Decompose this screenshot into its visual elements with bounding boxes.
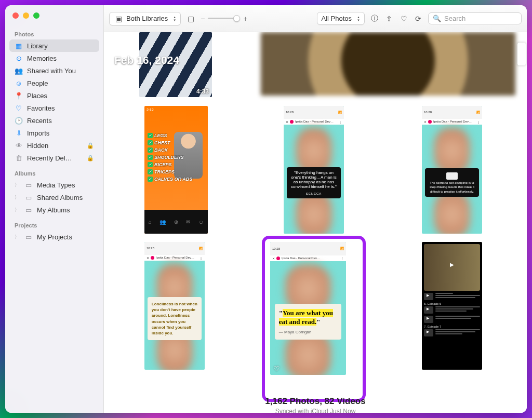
library-selector-icon: ▣ (114, 15, 123, 23)
rotate-icon[interactable]: ⟳ (414, 15, 423, 23)
search-field[interactable]: 🔍 Search (428, 12, 522, 24)
shared-icon: 👥 (15, 66, 23, 75)
search-placeholder: Search (444, 15, 466, 22)
sidebar-item-shared-albums[interactable]: 〉 ▭ Shared Albums (9, 191, 99, 204)
sidebar-item-label: Library (27, 42, 94, 50)
hidden-icon: 👁 (15, 141, 23, 150)
quote-text: "Everything hangs on one's thinking…A ma… (290, 170, 338, 189)
lock-icon: 🔒 (87, 142, 94, 149)
sidebar-item-memories[interactable]: ⊙ Memories (9, 52, 99, 64)
sidebar: Photos ▦ Library ⊙ Memories 👥 Shared wit… (5, 5, 104, 413)
grid-item-video-workout[interactable]: 2:12 ✓LEGS ✓CHEST ✓BACK ✓SHOULDERS ✓BICE… (144, 106, 208, 234)
sidebar-item-label: My Albums (37, 206, 94, 214)
sidebar-item-shared[interactable]: 👥 Shared with You (9, 64, 99, 77)
sidebar-section-photos: Photos (9, 28, 99, 39)
date-heading: Feb 16, 2024 (114, 54, 179, 66)
info-icon[interactable]: ⓘ (370, 14, 379, 23)
workout-list: ✓LEGS ✓CHEST ✓BACK ✓SHOULDERS ✓BICEPS ✓T… (148, 133, 192, 182)
sidebar-item-imports[interactable]: ⇩ Imports (9, 127, 99, 139)
folder-icon: ▭ (24, 206, 33, 214)
sidebar-item-label: Shared Albums (37, 194, 94, 201)
zoom-window-button[interactable] (33, 12, 39, 19)
sidebar-item-label: Shared with You (27, 67, 94, 75)
sidebar-item-label: Hidden (27, 142, 94, 150)
minimize-window-button[interactable] (23, 12, 29, 19)
sync-status: Synced with iCloud Just Now (104, 408, 527, 413)
grid-item-photo[interactable] (261, 32, 515, 96)
zoom-track[interactable] (208, 18, 240, 19)
library-selector-label: Both Libraries (126, 15, 168, 22)
scroll-indicator[interactable] (517, 43, 526, 65)
home-icon: ⌂ (149, 219, 152, 225)
quote-text: Loneliness is not when you don't have pe… (152, 301, 197, 336)
zoom-out-icon[interactable]: − (201, 15, 205, 23)
trash-icon: 🗑 (15, 154, 23, 162)
zoom-knob[interactable] (233, 15, 240, 22)
app-window: Photos ▦ Library ⊙ Memories 👥 Shared wit… (5, 5, 527, 413)
sidebar-item-label: Imports (27, 129, 94, 137)
chevron-right-icon: 〉 (15, 182, 19, 188)
sidebar-item-label: Memories (27, 55, 94, 62)
sidebar-item-label: People (27, 79, 94, 87)
zoom-in-icon[interactable]: + (243, 15, 247, 23)
friends-icon: 👥 (159, 219, 166, 225)
add-icon: ⊕ (174, 219, 178, 225)
places-icon: 📍 (15, 91, 23, 100)
sidebar-item-media-types[interactable]: 〉 ▭ Media Types (9, 179, 99, 191)
sidebar-item-hidden[interactable]: 👁 Hidden 🔒 (9, 139, 99, 152)
video-duration: 4:33 (196, 88, 209, 95)
favorite-heart-icon[interactable]: ♡ (273, 365, 280, 373)
folder-icon: ▭ (24, 181, 33, 189)
quote-text: The secret to self-discipline is to stop… (428, 181, 476, 194)
filter-selector-label: All Photos (322, 15, 352, 22)
zoom-slider[interactable]: − + (201, 15, 247, 23)
aspect-icon[interactable]: ▢ (186, 15, 195, 23)
quote-attr: SENECA (290, 192, 338, 195)
close-window-button[interactable] (12, 12, 19, 19)
memories-icon: ⊙ (15, 54, 23, 62)
quote-attr: — Maya Corrigan (279, 330, 337, 334)
grid-item-screenshot-seneca[interactable]: 10:28📶 ✕Ipsita Das - Personal Dev…⋮ "Eve… (284, 106, 344, 234)
clock-icon: 🕑 (15, 116, 23, 125)
toolbar: ▣ Both Libraries ▲▼ ▢ − + All Photos ▲▼ … (104, 5, 527, 32)
main-pane: ▣ Both Libraries ▲▼ ▢ − + All Photos ▲▼ … (104, 5, 527, 413)
people-icon: ☺ (15, 79, 23, 87)
updown-icon: ▲▼ (357, 16, 360, 22)
search-icon: 🔍 (433, 15, 441, 22)
favorite-icon[interactable]: ♡ (399, 15, 408, 23)
episode-title: 5. Episode 5 (424, 302, 480, 305)
episode-title: 7. Episode 7 (424, 325, 480, 328)
sidebar-item-library[interactable]: ▦ Library (9, 39, 99, 52)
chevron-right-icon: 〉 (15, 234, 19, 240)
library-count: 1,162 Photos, 82 Videos (104, 396, 527, 407)
photo-grid[interactable]: Feb 16, 2024 4:33 2:12 ✓LEGS ✓CHEST ✓BAC… (104, 32, 527, 413)
grid-item-screenshot-video-player[interactable]: 5. Episode 5 7. Episode 7 (422, 242, 482, 370)
sidebar-item-places[interactable]: 📍 Places (9, 89, 99, 102)
sidebar-section-albums: Albums (9, 167, 99, 179)
share-icon[interactable]: ⇪ (384, 15, 394, 23)
sidebar-item-recently-deleted[interactable]: 🗑 Recently Del… 🔒 (9, 152, 99, 164)
updown-icon: ▲▼ (173, 16, 176, 22)
sidebar-item-people[interactable]: ☺ People (9, 77, 99, 89)
lock-icon: 🔒 (87, 155, 94, 161)
imports-icon: ⇩ (15, 129, 23, 137)
inbox-icon: ✉ (186, 219, 190, 225)
grid-item-screenshot-loneliness[interactable]: 10:28📶 ✕Ipsita Das - Personal Dev…⋮ Lone… (144, 242, 205, 370)
chevron-right-icon: 〉 (15, 207, 19, 213)
sidebar-item-my-projects[interactable]: 〉 ▭ My Projects (9, 231, 99, 243)
sidebar-item-my-albums[interactable]: 〉 ▭ My Albums (9, 204, 99, 216)
grid-item-screenshot-discipline[interactable]: 10:28📶 ✕Ipsita Das - Personal Dev…⋮ The … (422, 106, 482, 234)
sidebar-item-label: Recents (27, 117, 94, 125)
library-selector[interactable]: ▣ Both Libraries ▲▼ (109, 12, 181, 25)
sidebar-item-label: Favorites (27, 104, 94, 112)
sidebar-item-favorites[interactable]: ♡ Favorites (9, 102, 99, 114)
library-icon: ▦ (15, 42, 23, 50)
chevron-right-icon: 〉 (15, 194, 19, 201)
sidebar-item-recents[interactable]: 🕑 Recents (9, 114, 99, 127)
filter-selector[interactable]: All Photos ▲▼ (317, 12, 365, 25)
folder-icon: ▭ (24, 193, 33, 201)
sidebar-item-label: My Projects (37, 233, 94, 241)
grid-item-screenshot-eat-read[interactable]: 10:28📶 ✕Ipsita Das - Personal Dev…⋮ "You… (270, 242, 346, 375)
folder-icon: ▭ (24, 233, 33, 241)
sidebar-item-label: Places (27, 92, 94, 100)
